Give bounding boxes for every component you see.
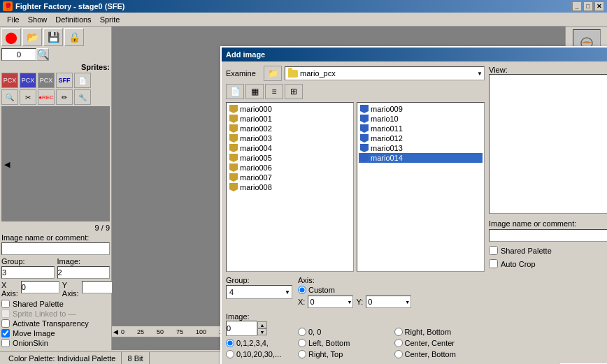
xy-row: X: 0 ▼ Y: 0 ▼ [298,296,485,308]
lock-button[interactable]: 🔒 [64,28,84,46]
file-column-1: mario000mario001mario002mario003mario004… [226,102,354,272]
file-item[interactable]: mario005 [228,153,352,163]
close-button[interactable]: ✕ [594,1,604,11]
dialog-auto-crop-row: Auto Crop [489,259,607,268]
radio-right-bottom-row: Right, Bottom [394,328,485,336]
open-button[interactable]: 📂 [22,28,42,46]
sprite-linked-checkbox[interactable] [1,310,10,318]
frame-search-button[interactable]: 🔍 [36,48,49,61]
pcx-icon [229,163,238,172]
radio-01020[interactable] [226,350,234,358]
file-item[interactable]: mario000 [228,104,352,114]
file-item[interactable]: mario013 [359,143,483,153]
menu-sprite[interactable]: Sprite [96,14,124,25]
zoom-in-button[interactable]: 🔍 [1,89,18,105]
nav-icon-3[interactable]: ≡ [265,84,283,99]
sprite-tool-2[interactable]: PCX [20,73,36,88]
pcx-icon [229,183,238,191]
radio-0123[interactable] [226,339,234,347]
frame-number-input[interactable]: 0 [1,48,36,61]
shared-palette-checkbox[interactable] [1,300,10,308]
radio-right-top[interactable] [298,350,306,358]
minimize-button[interactable]: _ [572,1,582,11]
dialog-shared-palette-row: Shared Palette [489,246,607,255]
radio-center-bottom-label: Center, Bottom [405,350,456,358]
file-item[interactable]: mario003 [228,133,352,143]
x-axis-input[interactable]: 0 [21,281,59,293]
onion-skin-checkbox[interactable] [1,339,10,347]
move-image-checkbox[interactable] [1,329,10,337]
save-button[interactable]: 💾 [43,28,63,46]
tools-button[interactable]: 🔧 [74,89,91,105]
sprite-linked-row: Sprite Linked to — [1,310,110,318]
sprite-tool-1[interactable]: PCX [1,73,18,88]
file-item[interactable]: mario012 [359,133,483,143]
image-name-label: Image name or comment: [1,233,110,242]
menu-file[interactable]: File [3,14,24,25]
combo-arrow-1: ▼ [285,289,290,296]
pcx-icon [229,144,238,152]
examine-row: Examine 📁 mario_pcx ▼ [226,66,485,81]
file-item[interactable]: mario007 [228,173,352,182]
radio-left-bottom[interactable] [298,339,306,347]
image-input[interactable]: 2 [57,266,110,279]
scroll-left-button[interactable]: ◀ [4,159,10,168]
dialog-group-combo[interactable]: 4 ▼ [226,285,292,299]
dialog-image-name-input[interactable] [489,229,607,242]
dialog-auto-crop-checkbox[interactable] [489,259,498,268]
y-label: Y: [356,298,363,306]
activate-transparency-checkbox[interactable] [1,319,10,328]
dialog-image-input[interactable]: 0 [226,321,257,336]
record-button[interactable]: ●REC [38,89,55,105]
dialog-image-name-section: Image name or comment: [489,217,607,242]
radio-right-bottom[interactable] [394,328,403,336]
spin-down[interactable]: ▼ [257,328,267,335]
radio-00[interactable] [298,328,306,336]
sprite-tool-5[interactable]: 📄 [74,73,91,88]
spin-up[interactable]: ▲ [257,321,267,328]
pen-button[interactable]: ✏ [56,89,73,105]
menu-show[interactable]: Show [24,14,52,25]
file-item[interactable]: mario10 [359,114,483,124]
view-label: View: [489,66,508,74]
file-item[interactable]: mario004 [228,143,352,153]
nav-icon-1[interactable]: 📄 [226,84,244,99]
axis-radio-right: 0, 0 Left, Bottom Right, Top [298,312,389,363]
status-bit-depth: 8 Bit [122,352,149,364]
file-item[interactable]: mario011 [359,124,483,133]
radio-0123-label: 0,1,2,3,4, [236,339,269,347]
nav-icon-4[interactable]: ⊞ [285,84,303,99]
sprite-tool-3[interactable]: PCX [38,73,55,88]
ruler-0: 0 [121,328,124,335]
ruler-100: 100 [196,328,206,335]
y-value-combo[interactable]: 0 ▼ [366,296,411,308]
group-image-row: Group: 3 Image: 2 [1,257,110,279]
menu-definitions[interactable]: Definitions [51,14,95,25]
radio-center-bottom[interactable] [394,350,403,358]
examine-combo[interactable]: mario_pcx ▼ [285,66,485,80]
image-name-input[interactable] [1,242,110,255]
folder-icon-btn[interactable]: 📁 [264,66,282,81]
nav-icon-2[interactable]: ▦ [245,84,264,99]
axis-radio-right2: Right, Bottom Center, Center Center, Bot… [394,312,485,363]
radio-center-center[interactable] [394,339,403,347]
file-item[interactable]: mario009 [359,104,483,114]
file-item[interactable]: mario014 [359,153,483,163]
sprite-tool-4[interactable]: SFF [56,73,73,88]
file-item[interactable]: mario008 [228,182,352,192]
x-value-combo[interactable]: 0 ▼ [308,296,353,308]
axis-options-col1: 0, 0 Left, Bottom Right, Top [298,328,389,360]
view-section: View: [489,66,607,214]
custom-radio[interactable] [298,286,306,294]
file-item[interactable]: mario001 [228,114,352,124]
stop-button[interactable]: ⬤ [1,28,21,46]
file-item[interactable]: mario002 [228,124,352,133]
dialog-shared-palette-checkbox[interactable] [489,246,498,255]
dialog-image-name-label: Image name or comment: [489,219,607,228]
file-item[interactable]: mario006 [228,163,352,173]
edit-button[interactable]: ✂ [20,89,36,105]
x-label: X: [298,298,305,306]
radio-00-label: 0, 0 [308,328,321,336]
maximize-button[interactable]: □ [583,1,593,11]
group-input[interactable]: 3 [1,266,55,279]
